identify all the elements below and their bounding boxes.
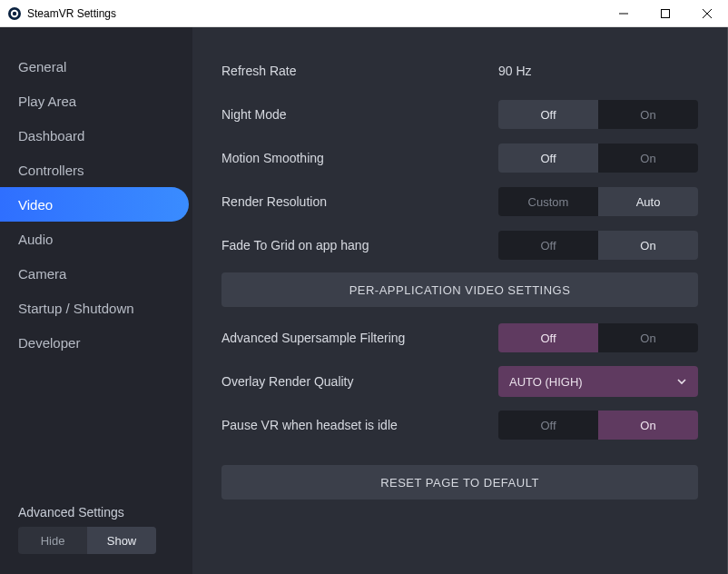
- sidebar-item-audio[interactable]: Audio: [0, 222, 189, 256]
- night-mode-on[interactable]: On: [598, 100, 698, 129]
- window-title: SteamVR Settings: [27, 7, 116, 20]
- advanced-supersample-on[interactable]: On: [598, 323, 698, 352]
- steamvr-icon: [7, 6, 22, 21]
- sidebar-item-label: Startup / Shutdown: [18, 301, 134, 316]
- window-titlebar: SteamVR Settings: [0, 0, 728, 27]
- refresh-rate-label: Refresh Rate: [221, 64, 498, 78]
- night-mode-off[interactable]: Off: [498, 100, 598, 129]
- motion-smoothing-toggle[interactable]: Off On: [498, 144, 698, 173]
- window-close-button[interactable]: [686, 0, 728, 27]
- row-night-mode: Night Mode Off On: [221, 93, 698, 136]
- window-minimize-button[interactable]: [603, 0, 644, 27]
- reset-label: RESET PAGE TO DEFAULT: [380, 476, 539, 490]
- render-resolution-label: Render Resolution: [221, 194, 498, 209]
- advanced-hide-option[interactable]: Hide: [18, 527, 87, 554]
- sidebar-items: General Play Area Dashboard Controllers …: [0, 49, 192, 505]
- sidebar-item-play-area[interactable]: Play Area: [0, 84, 189, 118]
- sidebar-item-label: Audio: [18, 232, 53, 247]
- motion-smoothing-off[interactable]: Off: [498, 144, 598, 173]
- svg-point-2: [13, 11, 16, 15]
- advanced-settings-label: Advanced Settings: [18, 505, 174, 520]
- fade-to-grid-off[interactable]: Off: [498, 231, 598, 260]
- fade-to-grid-on[interactable]: On: [598, 231, 698, 260]
- sidebar-item-label: Play Area: [18, 94, 76, 109]
- per-application-video-settings-button[interactable]: PER-APPLICATION VIDEO SETTINGS: [221, 272, 698, 307]
- per-application-label: PER-APPLICATION VIDEO SETTINGS: [349, 283, 571, 297]
- row-render-resolution: Render Resolution Custom Auto: [221, 180, 698, 223]
- reset-page-to-default-button[interactable]: RESET PAGE TO DEFAULT: [221, 465, 698, 500]
- advanced-supersample-label: Advanced Supersample Filtering: [221, 331, 498, 345]
- overlay-render-quality-value: AUTO (HIGH): [509, 375, 676, 389]
- chevron-down-icon: [676, 376, 687, 387]
- motion-smoothing-label: Motion Smoothing: [221, 151, 498, 165]
- render-resolution-auto[interactable]: Auto: [598, 187, 698, 216]
- night-mode-label: Night Mode: [221, 107, 498, 122]
- render-resolution-toggle[interactable]: Custom Auto: [498, 187, 698, 216]
- night-mode-toggle[interactable]: Off On: [498, 100, 698, 129]
- sidebar-item-developer[interactable]: Developer: [0, 325, 189, 360]
- svg-rect-4: [662, 9, 670, 17]
- sidebar-item-video[interactable]: Video: [0, 187, 189, 222]
- sidebar-item-camera[interactable]: Camera: [0, 256, 189, 291]
- sidebar-item-label: Controllers: [18, 163, 84, 178]
- pause-vr-idle-toggle[interactable]: Off On: [498, 411, 698, 440]
- pause-vr-idle-on[interactable]: On: [598, 411, 698, 440]
- sidebar-item-label: Developer: [18, 335, 80, 351]
- advanced-show-option[interactable]: Show: [87, 527, 156, 554]
- row-motion-smoothing: Motion Smoothing Off On: [221, 136, 698, 180]
- refresh-rate-value: 90 Hz: [498, 64, 698, 78]
- pause-vr-idle-off[interactable]: Off: [498, 411, 598, 440]
- render-resolution-custom[interactable]: Custom: [498, 187, 598, 216]
- sidebar-item-controllers[interactable]: Controllers: [0, 153, 189, 187]
- motion-smoothing-on[interactable]: On: [598, 144, 698, 173]
- overlay-render-quality-dropdown[interactable]: AUTO (HIGH): [498, 366, 698, 397]
- row-fade-to-grid: Fade To Grid on app hang Off On: [221, 223, 698, 267]
- advanced-supersample-off[interactable]: Off: [498, 323, 598, 352]
- sidebar-item-label: Dashboard: [18, 128, 84, 144]
- settings-content: Refresh Rate 90 Hz Night Mode Off On Mot…: [192, 27, 727, 574]
- sidebar: General Play Area Dashboard Controllers …: [0, 27, 192, 574]
- pause-vr-idle-label: Pause VR when headset is idle: [221, 418, 498, 432]
- sidebar-item-label: Video: [18, 197, 53, 213]
- row-overlay-render-quality: Overlay Render Quality AUTO (HIGH): [221, 360, 698, 403]
- advanced-supersample-toggle[interactable]: Off On: [498, 323, 698, 352]
- fade-to-grid-label: Fade To Grid on app hang: [221, 238, 498, 252]
- window-maximize-button[interactable]: [644, 0, 686, 27]
- row-pause-vr-idle: Pause VR when headset is idle Off On: [221, 403, 698, 447]
- sidebar-item-label: General: [18, 59, 66, 74]
- sidebar-bottom: Advanced Settings Hide Show: [0, 505, 192, 574]
- overlay-render-quality-label: Overlay Render Quality: [221, 374, 498, 389]
- sidebar-item-label: Camera: [18, 266, 66, 282]
- sidebar-item-dashboard[interactable]: Dashboard: [0, 118, 189, 153]
- fade-to-grid-toggle[interactable]: Off On: [498, 231, 698, 260]
- advanced-settings-toggle[interactable]: Hide Show: [18, 527, 156, 554]
- sidebar-item-general[interactable]: General: [0, 49, 189, 84]
- sidebar-item-startup-shutdown[interactable]: Startup / Shutdown: [0, 291, 189, 325]
- app-body: General Play Area Dashboard Controllers …: [0, 27, 728, 574]
- row-advanced-supersample: Advanced Supersample Filtering Off On: [221, 316, 698, 360]
- row-refresh-rate: Refresh Rate 90 Hz: [221, 49, 698, 93]
